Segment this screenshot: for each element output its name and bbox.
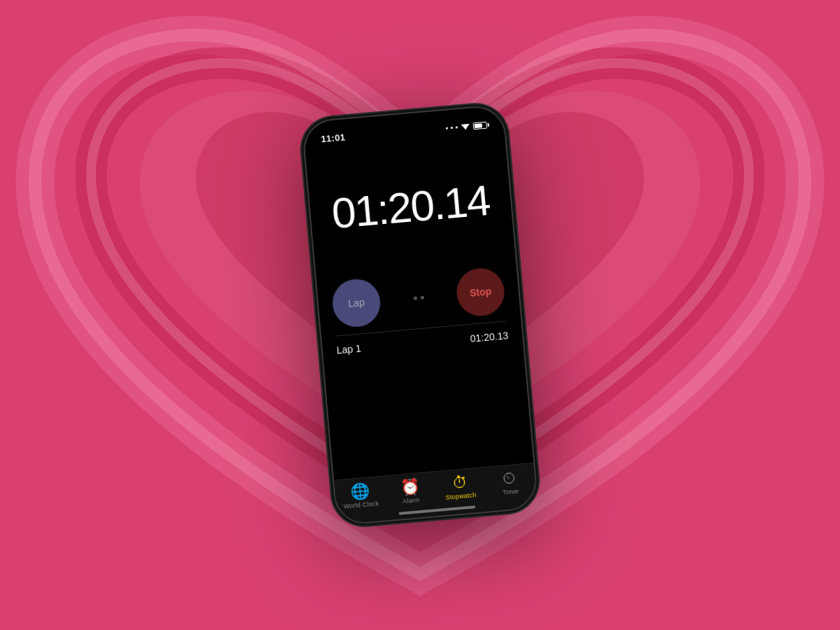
tab-world-clock[interactable]: 🌐 World Clock <box>340 482 381 510</box>
signal-dot-3 <box>456 126 458 128</box>
page-dots <box>413 295 424 300</box>
signal-dot-1 <box>446 127 448 130</box>
status-time: 11:01 <box>321 132 346 144</box>
lap-button[interactable]: Lap <box>330 277 382 329</box>
stopwatch-time: 01:20.14 <box>323 174 498 239</box>
signal-dot-2 <box>451 127 453 129</box>
screen: 11:01 01:20.14 <box>302 106 537 525</box>
tab-stopwatch[interactable]: ⏱ Stopwatch <box>440 474 481 502</box>
stopwatch-label: Stopwatch <box>445 491 477 501</box>
tab-alarm[interactable]: ⏰ Alarm <box>390 478 430 506</box>
phone-wrapper: 11:01 01:20.14 <box>301 104 538 526</box>
battery-fill <box>474 123 482 128</box>
tab-timer[interactable]: ⏲ Timer <box>490 469 531 497</box>
lap-label: Lap 1 <box>336 343 361 356</box>
stop-button[interactable]: Stop <box>455 267 507 318</box>
phone: 11:01 01:20.14 <box>301 104 538 526</box>
status-icons <box>445 121 487 132</box>
spacer <box>323 342 533 479</box>
dot-2 <box>420 295 424 299</box>
battery-icon <box>472 121 487 130</box>
timer-label: Timer <box>503 488 519 496</box>
alarm-label: Alarm <box>402 496 420 505</box>
timer-icon: ⏲ <box>501 470 518 487</box>
world-clock-label: World Clock <box>343 500 379 510</box>
wifi-icon <box>460 122 470 131</box>
stopwatch-icon: ⏱ <box>451 475 468 491</box>
alarm-icon: ⏰ <box>400 479 420 496</box>
dot-1 <box>413 296 416 300</box>
lap-time: 01:20.13 <box>470 330 509 344</box>
timer-display: 01:20.14 <box>305 131 515 268</box>
world-clock-icon: 🌐 <box>350 483 370 500</box>
